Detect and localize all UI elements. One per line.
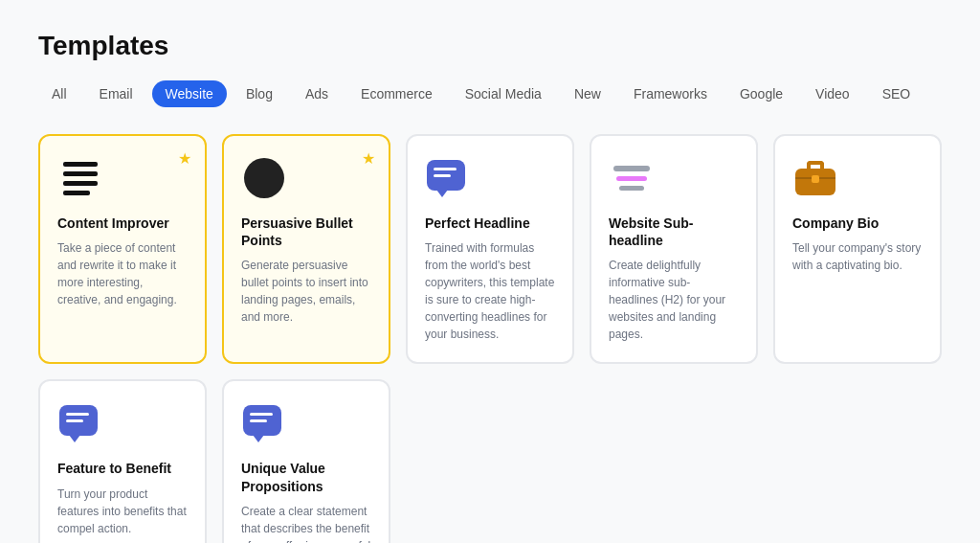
card-icon-company-bio <box>792 155 838 201</box>
card-title-persuasive-bullet-points: Persuasive Bullet Points <box>241 215 371 249</box>
card-website-sub-headline[interactable]: Website Sub-headlineCreate delightfully … <box>590 134 758 364</box>
card-feature-to-benefit[interactable]: Feature to BenefitTurn your product feat… <box>38 379 207 543</box>
card-title-company-bio: Company Bio <box>792 215 923 232</box>
card-desc-unique-value-propositions: Create a clear statement that describes … <box>241 503 371 543</box>
tab-email[interactable]: Email <box>86 80 146 107</box>
card-icon-persuasive-bullet-points <box>241 155 287 201</box>
tab-frameworks[interactable]: Frameworks <box>620 80 721 107</box>
tab-video[interactable]: Video <box>802 80 863 107</box>
empty-slot-3 <box>590 379 758 543</box>
cards-row-1: ★ Content ImproverTake a piece of conten… <box>38 134 942 364</box>
tab-seo[interactable]: SEO <box>869 80 924 107</box>
card-content-improver[interactable]: ★ Content ImproverTake a piece of conten… <box>38 134 207 364</box>
empty-slot-4 <box>773 379 942 543</box>
tab-new[interactable]: New <box>561 80 614 107</box>
card-icon-content-improver <box>57 155 103 201</box>
card-desc-website-sub-headline: Create delightfully informative sub-head… <box>609 257 739 343</box>
tab-all[interactable]: All <box>38 80 80 107</box>
card-desc-company-bio: Tell your company's story with a captiva… <box>792 239 923 274</box>
card-desc-perfect-headline: Trained with formulas from the world's b… <box>425 239 555 343</box>
card-icon-feature-to-benefit <box>57 400 103 446</box>
card-unique-value-propositions[interactable]: Unique Value PropositionsCreate a clear … <box>222 379 390 543</box>
tab-blog[interactable]: Blog <box>233 80 286 107</box>
cards-row-2: Feature to BenefitTurn your product feat… <box>38 379 942 543</box>
tab-ecommerce[interactable]: Ecommerce <box>347 80 446 107</box>
card-title-content-improver: Content Improver <box>57 215 188 232</box>
page-title: Templates <box>38 31 942 61</box>
card-title-website-sub-headline: Website Sub-headline <box>609 215 739 249</box>
card-perfect-headline[interactable]: Perfect HeadlineTrained with formulas fr… <box>406 134 574 364</box>
card-company-bio[interactable]: Company BioTell your company's story wit… <box>773 134 942 364</box>
tab-website[interactable]: Website <box>152 80 227 107</box>
card-icon-website-sub-headline <box>609 155 655 201</box>
card-icon-unique-value-propositions <box>241 400 287 446</box>
star-badge: ★ <box>362 149 375 168</box>
tab-ads[interactable]: Ads <box>292 80 342 107</box>
empty-slot-2 <box>406 379 574 543</box>
card-desc-content-improver: Take a piece of content and rewrite it t… <box>57 239 188 308</box>
card-persuasive-bullet-points[interactable]: ★Persuasive Bullet PointsGenerate persua… <box>222 134 390 364</box>
tab-google[interactable]: Google <box>726 80 796 107</box>
card-title-perfect-headline: Perfect Headline <box>425 215 555 232</box>
tab-bar: AllEmailWebsiteBlogAdsEcommerceSocial Me… <box>38 80 942 107</box>
card-desc-persuasive-bullet-points: Generate persuasive bullet points to ins… <box>241 257 371 326</box>
card-title-unique-value-propositions: Unique Value Propositions <box>241 460 371 494</box>
card-title-feature-to-benefit: Feature to Benefit <box>57 460 188 477</box>
star-badge: ★ <box>178 149 191 168</box>
card-desc-feature-to-benefit: Turn your product features into benefits… <box>57 486 188 537</box>
card-icon-perfect-headline <box>425 155 471 201</box>
tab-social-media[interactable]: Social Media <box>452 80 555 107</box>
